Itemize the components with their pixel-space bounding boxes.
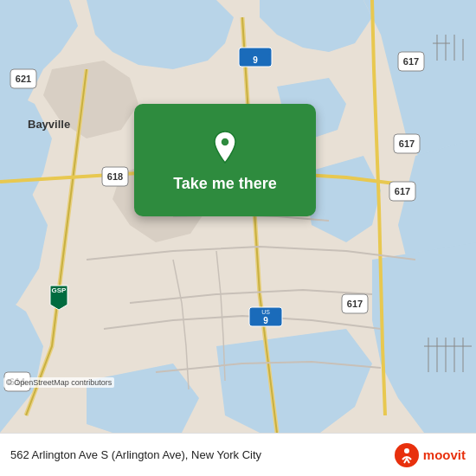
- svg-point-38: [404, 448, 409, 453]
- svg-text:617: 617: [347, 299, 363, 309]
- map-container: 621 618 US 9 US 9 617 617 617 617 614 GS…: [0, 0, 476, 433]
- address-text: 562 Arlington Ave S (Arlington Ave), New…: [10, 448, 394, 461]
- svg-text:GSP: GSP: [52, 286, 68, 294]
- svg-text:US: US: [261, 309, 270, 315]
- svg-text:617: 617: [403, 56, 419, 67]
- svg-text:9: 9: [253, 55, 258, 65]
- svg-text:617: 617: [399, 138, 415, 149]
- moovit-icon: [394, 442, 420, 468]
- svg-point-36: [221, 138, 229, 146]
- moovit-logo: moovit: [394, 442, 466, 468]
- map-background: 621 618 US 9 US 9 617 617 617 617 614 GS…: [0, 0, 476, 433]
- take-me-there-label: Take me there: [173, 175, 277, 193]
- svg-text:617: 617: [395, 186, 410, 196]
- bottom-bar: 562 Arlington Ave S (Arlington Ave), New…: [0, 433, 476, 476]
- svg-text:9: 9: [263, 316, 268, 325]
- svg-text:Bayville: Bayville: [28, 118, 70, 131]
- svg-text:618: 618: [107, 171, 123, 182]
- take-me-there-button[interactable]: Take me there: [134, 104, 316, 216]
- osm-attribution: © OpenStreetMap contributors: [3, 377, 114, 388]
- svg-point-37: [395, 443, 419, 467]
- location-pin-icon: [206, 128, 244, 166]
- svg-text:621: 621: [16, 74, 31, 84]
- moovit-label: moovit: [423, 447, 466, 462]
